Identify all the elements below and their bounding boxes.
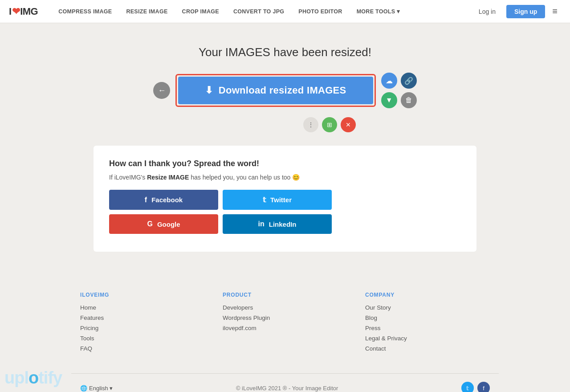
footer-link-press[interactable]: Press [365,325,490,331]
download-area: ← ⬇ Download resized IMAGES ☁ 🔗 ▼ 🗑 [94,73,476,108]
footer: ILOVEIMG Home Features Pricing Tools FAQ… [0,270,570,392]
twitter-label: Twitter [270,196,292,204]
footer-bottom: 🌐 English ▾ © iLoveIMG 2021 ® - Your Ima… [71,373,499,392]
footer-copyright: © iLoveIMG 2021 ® - Your Image Editor [236,385,338,392]
nav-links: COMPRESS IMAGE RESIZE IMAGE CROP IMAGE C… [51,0,472,23]
globe-icon: 🌐 [80,385,87,392]
download-button[interactable]: ⬇ Download resized IMAGES [178,77,373,104]
footer-col-company: COMPANY Our Story Blog Press Legal & Pri… [365,292,490,355]
spread-desc-prefix: If iLoveIMG's [109,174,147,181]
lang-label: English ▾ [89,385,113,392]
footer-link-blog[interactable]: Blog [365,314,490,321]
footer-link-tools[interactable]: Tools [80,335,205,342]
nav-photo-editor[interactable]: PHOTO EDITOR [291,0,349,23]
facebook-icon: f [145,196,147,204]
hamburger-button[interactable]: ≡ [549,4,561,18]
social-buttons: f Facebook 𝕥 Twitter G Google in LinkedI… [109,190,332,234]
delete-icon[interactable]: 🗑 [401,92,417,108]
nav-convert[interactable]: CONVERT TO JPG [226,0,291,23]
google-button[interactable]: G Google [109,214,218,234]
spread-card: How can I thank you? Spread the word! If… [94,146,476,252]
close-icon[interactable]: ✕ [341,117,356,132]
navbar: I❤IMG COMPRESS IMAGE RESIZE IMAGE CROP I… [0,0,570,23]
download-label: Download resized IMAGES [219,85,346,96]
logo[interactable]: I❤IMG [9,6,38,17]
back-arrow-icon: ← [158,86,166,95]
footer-facebook-icon[interactable]: f [477,382,490,392]
download-btn-wrapper: ⬇ Download resized IMAGES [175,74,375,107]
footer-link-features[interactable]: Features [80,314,205,321]
twitter-button[interactable]: 𝕥 Twitter [223,190,332,210]
footer-col-iloveimg: ILOVEIMG Home Features Pricing Tools FAQ [80,292,205,355]
linkedin-button[interactable]: in LinkedIn [223,214,332,234]
footer-link-contact[interactable]: Contact [365,345,490,352]
footer-twitter-icon[interactable]: 𝕥 [461,382,474,392]
facebook-button[interactable]: f Facebook [109,190,218,210]
back-button[interactable]: ← [153,82,170,99]
success-title: Your IMAGES have been resized! [94,45,476,59]
side-icons: ☁ 🔗 ▼ 🗑 [381,73,417,108]
side-icon-row-top: ☁ 🔗 [381,73,417,89]
footer-link-our-story[interactable]: Our Story [365,304,490,311]
download-icon: ⬇ [205,85,213,96]
footer-col-product: PRODUCT Developers Wordpress Plugin ilov… [223,292,347,355]
footer-link-developers[interactable]: Developers [223,304,347,311]
footer-link-legal[interactable]: Legal & Privacy [365,335,490,342]
footer-link-ilovepdf[interactable]: ilovepdf.com [223,325,347,331]
spread-desc: If iLoveIMG's Resize IMAGE has helped yo… [109,174,461,181]
google-label: Google [157,220,180,228]
more-options-icon[interactable]: ⋮ [303,117,318,132]
footer-col-title-iloveimg: ILOVEIMG [80,292,205,298]
nav-compress[interactable]: COMPRESS IMAGE [51,0,119,23]
signup-button[interactable]: Sign up [506,5,545,18]
login-button[interactable]: Log in [472,5,503,18]
spread-title: How can I thank you? Spread the word! [109,159,461,168]
footer-link-home[interactable]: Home [80,304,205,311]
save-icon[interactable]: ▼ [381,92,397,108]
nav-resize[interactable]: RESIZE IMAGE [119,0,175,23]
main-content: Your IMAGES have been resized! ← ⬇ Downl… [85,23,485,270]
google-icon: G [147,220,152,228]
footer-social-links: 𝕥 f [461,382,490,392]
facebook-label: Facebook [151,196,183,204]
spread-desc-bold: Resize IMAGE [147,174,189,181]
extra-icons: ⋮ ⊞ ✕ [94,117,476,132]
footer-col-title-product: PRODUCT [223,292,347,298]
footer-columns: ILOVEIMG Home Features Pricing Tools FAQ… [71,292,499,373]
nav-right: Log in Sign up ≡ [472,4,561,18]
footer-link-pricing[interactable]: Pricing [80,325,205,331]
language-selector[interactable]: 🌐 English ▾ [80,385,113,392]
twitter-icon: 𝕥 [263,196,266,204]
spread-desc-suffix: has helped you, you can help us too 😊 [189,174,300,181]
link-icon[interactable]: 🔗 [401,73,417,89]
side-icon-row-bottom: ▼ 🗑 [381,92,417,108]
cloud-upload-icon[interactable]: ☁ [381,73,397,89]
footer-bottom-left: 🌐 English ▾ [80,385,113,392]
nav-crop[interactable]: CROP IMAGE [175,0,226,23]
footer-link-wordpress[interactable]: Wordpress Plugin [223,314,347,321]
footer-col-title-company: COMPANY [365,292,490,298]
linkedin-icon: in [258,220,265,228]
grid-icon[interactable]: ⊞ [322,117,337,132]
linkedin-label: LinkedIn [269,220,297,228]
footer-link-faq[interactable]: FAQ [80,345,205,352]
nav-more-tools[interactable]: MORE TOOLS ▾ [350,0,407,23]
